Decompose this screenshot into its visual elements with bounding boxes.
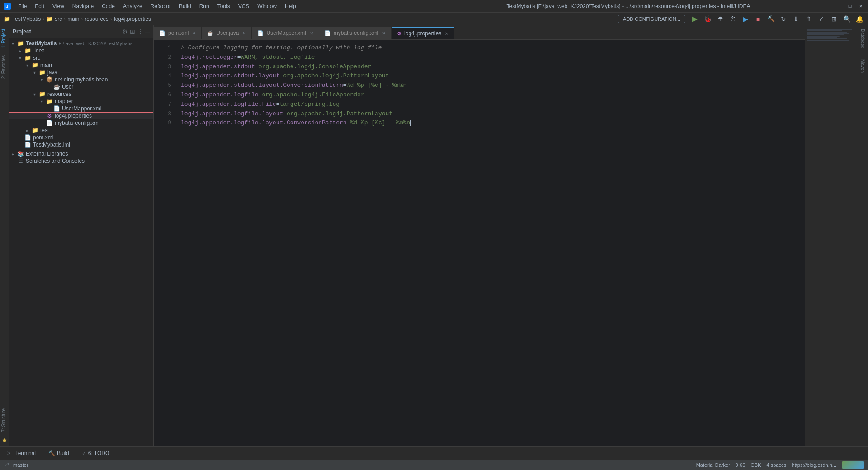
menu-help[interactable]: Help	[281, 2, 300, 10]
close-tab-log4j[interactable]: ✕	[445, 31, 448, 36]
menu-edit[interactable]: Edit	[31, 2, 48, 10]
profile-button[interactable]: ⏱	[728, 14, 738, 24]
breadcrumb-main[interactable]: main	[67, 16, 79, 22]
run-with-coverage[interactable]: ▶	[741, 14, 750, 24]
maven-panel-toggle[interactable]: Maven	[859, 56, 868, 76]
code-line-7: log4j.appender.logfile.File=target/sprin…	[181, 100, 799, 109]
tree-usermapper-xml[interactable]: 📄 UserMapper.xml	[9, 105, 153, 112]
close-tab-usermapper[interactable]: ✕	[310, 31, 313, 36]
menu-run[interactable]: Run	[196, 2, 213, 10]
todo-icon: ✓	[82, 450, 86, 456]
add-configuration-button[interactable]: ADD CONFIGURATION...	[618, 15, 685, 23]
tree-main-folder[interactable]: ▾ 📁 main	[9, 62, 153, 69]
tree-pom-xml[interactable]: 📄 pom.xml	[9, 134, 153, 141]
tab-mybatis-config[interactable]: 📄 mybatis-config.xml ✕	[319, 27, 392, 39]
tree-java-folder[interactable]: ▾ 📁 java	[9, 69, 153, 76]
status-left: ⎇ master	[4, 462, 28, 468]
run-button[interactable]: ▶	[690, 14, 700, 24]
tree-package[interactable]: ▾ 📦 net.qing.mybatis.bean	[9, 76, 153, 83]
menu-bar: File Edit View Navigate Code Analyze Ref…	[14, 2, 421, 10]
favorites-panel-toggle[interactable]: 2: Favorites	[0, 52, 9, 82]
minimap-content	[805, 25, 859, 45]
menu-code[interactable]: Code	[98, 2, 118, 10]
code-line-3: log4j.appender.stdout=org.apache.log4j.C…	[181, 62, 799, 72]
menu-analyze[interactable]: Analyze	[119, 2, 146, 10]
git-update-button[interactable]: ⇓	[791, 14, 801, 24]
star-icon[interactable]	[0, 436, 9, 446]
external-libraries-label: External Libraries	[26, 151, 68, 157]
bottom-strip: >_ Terminal 🔨 Build ✓ 6: TODO	[0, 446, 868, 459]
tree-resources-folder[interactable]: ▾ 📁 resources	[9, 90, 153, 98]
breadcrumb-src[interactable]: src	[55, 16, 62, 22]
tab-usermapper-xml[interactable]: 📄 UserMapper.xml ✕	[252, 27, 319, 39]
tree-mybatis-config[interactable]: 📄 mybatis-config.xml	[9, 119, 153, 127]
tree-iml-file[interactable]: 📄 TestMybatis.iml	[9, 141, 153, 148]
tab-pom-xml[interactable]: 📄 pom.xml ✕	[154, 27, 202, 39]
minimize-button[interactable]: ─	[835, 3, 843, 10]
tree-log4j-properties[interactable]: ⚙ log4j.properties	[9, 112, 153, 119]
run-toolbar: ADD CONFIGURATION... ▶ 🐞 ☂ ⏱ ▶ ■ 🔨 ↻ ⇓ ⇑…	[618, 14, 864, 24]
notifications-button[interactable]: 🔔	[854, 14, 864, 24]
sync-project-icon[interactable]: ⚙	[122, 28, 128, 35]
debug-button[interactable]: 🐞	[703, 14, 712, 24]
breadcrumb-file[interactable]: log4j.properties	[114, 16, 151, 22]
code-editor[interactable]: 1 2 3 4 5 6 7 8 9 # Configure logging fo…	[154, 40, 805, 446]
search-everywhere-button[interactable]: 🔍	[842, 14, 852, 24]
close-button[interactable]: ✕	[857, 3, 864, 10]
database-panel-toggle[interactable]: Database	[859, 25, 868, 52]
close-tab-user[interactable]: ✕	[242, 31, 246, 36]
tree-root[interactable]: ▾ 📁 TestMybatis F:\java_web_KJ2020\TestM…	[9, 40, 153, 47]
tree-idea-folder[interactable]: ▸ 📁 .idea	[9, 47, 153, 54]
tree-scratches[interactable]: ☰ Scratches and Consoles	[9, 157, 153, 165]
layout-button[interactable]: ⊞	[829, 14, 839, 24]
tab-user-java[interactable]: ☕ User.java ✕	[202, 27, 252, 39]
breadcrumb-resources[interactable]: resources	[85, 16, 108, 22]
build-project-button[interactable]: 🔨	[766, 14, 776, 24]
close-tab-mybatis[interactable]: ✕	[382, 31, 386, 36]
menu-window[interactable]: Window	[254, 2, 280, 10]
code-line-9: log4j.appender.logfile.layout.Conversion…	[181, 119, 799, 128]
code-content[interactable]: # Configure logging for testing: optiona…	[175, 40, 805, 446]
blog-url[interactable]: https://blog.csdn.n...	[792, 462, 836, 468]
structure-panel-toggle[interactable]: 7: Structure	[0, 405, 9, 436]
terminal-icon: >_	[7, 450, 14, 456]
collapse-icon[interactable]: ─	[145, 28, 150, 35]
settings-icon[interactable]: ⋮	[137, 28, 143, 35]
cursor-position[interactable]: 9:66	[736, 462, 745, 468]
build-tab[interactable]: 🔨 Build	[45, 449, 73, 457]
terminal-tab[interactable]: >_ Terminal	[4, 449, 39, 457]
maximize-button[interactable]: □	[846, 3, 854, 10]
menu-vcs[interactable]: VCS	[235, 2, 253, 10]
menu-navigate[interactable]: Navigate	[69, 2, 97, 10]
tree-mapper-folder[interactable]: ▾ 📁 mapper	[9, 98, 153, 105]
tree-src-folder[interactable]: ▾ 📁 src	[9, 54, 153, 62]
breadcrumb-project[interactable]: TestMybatis	[12, 16, 41, 22]
svg-text:IJ: IJ	[5, 4, 8, 9]
menu-tools[interactable]: Tools	[214, 2, 234, 10]
menu-file[interactable]: File	[14, 2, 30, 10]
theme-name[interactable]: Material Darker	[696, 462, 730, 468]
project-panel-toggle[interactable]: 1: Project	[0, 25, 9, 52]
expand-all-icon[interactable]: ⊞	[130, 28, 135, 35]
left-side-labels: 1: Project 2: Favorites 7: Structure	[0, 25, 9, 446]
git-commit-button[interactable]: ✓	[816, 14, 826, 24]
tree-test-folder[interactable]: ▸ 📁 test	[9, 127, 153, 134]
menu-view[interactable]: View	[49, 2, 68, 10]
tree-user-class[interactable]: ☕ User	[9, 83, 153, 90]
indent-info[interactable]: 4 spaces	[767, 462, 787, 468]
menu-build[interactable]: Build	[175, 2, 195, 10]
encoding[interactable]: GBK	[750, 462, 761, 468]
stop-button[interactable]: ■	[753, 14, 763, 24]
code-line-5: log4j.appender.stdout.layout.ConversionP…	[181, 81, 799, 90]
code-line-1: # Configure logging for testing: optiona…	[181, 43, 799, 53]
tree-external-libraries[interactable]: ▸ 📚 External Libraries	[9, 150, 153, 157]
git-branch[interactable]: master	[13, 462, 28, 468]
coverage-button[interactable]: ☂	[715, 14, 725, 24]
code-line-6: log4j.appender.logfile=org.apache.log4j.…	[181, 90, 799, 100]
close-tab-pom[interactable]: ✕	[192, 31, 196, 36]
tab-log4j-properties[interactable]: ⚙ log4j.properties ✕	[392, 27, 454, 39]
todo-tab[interactable]: ✓ 6: TODO	[78, 449, 113, 457]
sync-button[interactable]: ↻	[778, 14, 788, 24]
menu-refactor[interactable]: Refactor	[147, 2, 175, 10]
git-push-button[interactable]: ⇑	[804, 14, 814, 24]
